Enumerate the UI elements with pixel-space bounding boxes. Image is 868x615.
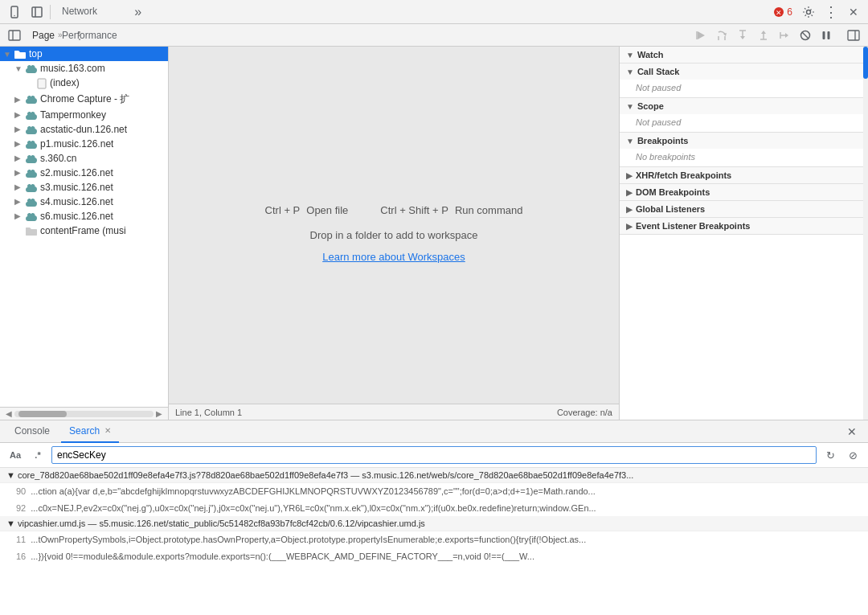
status-bar: Line 1, Column 1 Coverage: n/a	[169, 404, 619, 420]
tree-toggle-tampermonkey[interactable]: ▶	[14, 110, 26, 119]
tree-toggle-acstatic[interactable]: ▶	[14, 125, 26, 133]
tree-toggle-s2music[interactable]: ▶	[14, 168, 26, 177]
refresh-search-button[interactable]: ↻	[821, 446, 839, 464]
tree-toggle-s6music[interactable]: ▶	[14, 211, 26, 220]
scroll-thumb[interactable]	[18, 411, 67, 417]
section-toggle-call-stack[interactable]: ▼	[626, 68, 634, 76]
tab-search[interactable]: Search ✕	[61, 420, 119, 443]
open-file-shortcut: Ctrl + P Open file	[265, 204, 349, 216]
right-scrollbar-thumb[interactable]	[863, 47, 868, 79]
pause-on-exceptions-button[interactable]	[817, 26, 836, 45]
tree-toggle-s4music[interactable]: ▶	[14, 197, 26, 206]
tree-item-p1music[interactable]: ▶ p1.music.126.net	[0, 137, 168, 151]
tree-toggle-s3music[interactable]: ▶	[14, 182, 26, 191]
step-into-button[interactable]	[733, 26, 752, 45]
line-number: 11	[16, 535, 26, 544]
tree-toggle-chrome-capture[interactable]: ▶	[14, 95, 26, 104]
more-tabs-button[interactable]: »	[127, 1, 149, 23]
section-header-call-stack[interactable]: ▼ Call Stack	[620, 64, 868, 80]
section-toggle-watch[interactable]: ▼	[626, 51, 634, 59]
section-toggle-breakpoints[interactable]: ▼	[626, 137, 634, 146]
section-header-global-listeners[interactable]: ▶ Global Listeners	[620, 201, 868, 217]
tab-console[interactable]: Console	[6, 420, 58, 443]
tree-toggle-s360[interactable]: ▶	[14, 154, 26, 162]
tree-label-music163: music.163.com	[40, 63, 105, 74]
svg-text:✕: ✕	[776, 9, 782, 17]
tree-label-s360: s.360.cn	[40, 153, 76, 164]
tree-item-contentframe[interactable]: contentFrame (musi	[0, 223, 168, 238]
tree-item-tampermonkey[interactable]: ▶ Tampermonkey	[0, 108, 168, 122]
tree-icon-s4music	[26, 196, 37, 207]
file-tree-options[interactable]: ⋮	[74, 29, 85, 42]
tree-item-chrome-capture[interactable]: ▶ Chrome Capture - 扩	[0, 91, 168, 108]
result-file-file2[interactable]: ▼ vipcashier.umd.js — s5.music.126.net/s…	[0, 516, 868, 531]
page-more-label[interactable]: »	[58, 31, 63, 39]
page-label: Page	[32, 30, 55, 41]
section-header-scope[interactable]: ▼ Scope	[620, 98, 868, 114]
toggle-left-panel-button[interactable]	[5, 26, 24, 45]
cursor-position: Line 1, Column 1	[175, 408, 557, 417]
bottom-tabs: Console Search ✕ ✕	[0, 420, 868, 443]
tree-item-acstatic[interactable]: ▶ acstatic-dun.126.net	[0, 122, 168, 137]
tree-icon-s360	[26, 153, 37, 164]
result-line[interactable]: 16...}){void 0!==module&&module.exports?…	[0, 548, 868, 565]
tree-item-s360[interactable]: ▶ s.360.cn	[0, 151, 168, 166]
right-scrollbar[interactable]	[863, 47, 868, 420]
toggle-right-panel-button[interactable]	[844, 26, 863, 45]
scroll-track[interactable]	[14, 411, 154, 417]
search-input[interactable]	[51, 446, 817, 464]
tree-item-s4music[interactable]: ▶ s4.music.126.net	[0, 195, 168, 209]
result-file-file1[interactable]: ▼ core_78d820ae68bae502d1ff09e8efa4e7f3.…	[0, 468, 868, 483]
close-bottom-panel-button[interactable]: ✕	[842, 422, 862, 441]
section-toggle-scope[interactable]: ▼	[626, 102, 634, 111]
tree-toggle-top[interactable]: ▼	[3, 50, 14, 59]
tree-item-index[interactable]: (index)	[0, 76, 168, 91]
section-header-watch[interactable]: ▼ Watch	[620, 47, 868, 63]
regex-button[interactable]: .*	[29, 446, 47, 464]
result-line[interactable]: 92...c0x=NEJ.P,ev2x=c0x("nej.g"),u0x=c0x…	[0, 500, 868, 517]
shortcut-desc-open: Open file	[306, 204, 348, 216]
more-options-icon[interactable]: ⋮	[820, 1, 842, 23]
step-button[interactable]	[775, 26, 794, 45]
tree-label-s6music: s6.music.126.net	[40, 211, 113, 222]
scroll-left-arrow[interactable]: ◀	[3, 409, 14, 418]
svg-rect-26	[828, 31, 830, 39]
tree-icon-s6music	[26, 211, 37, 222]
result-line[interactable]: 11...tOwnPropertySymbols,i=Object.protot…	[0, 531, 868, 548]
tree-toggle-p1music[interactable]: ▶	[14, 139, 26, 148]
tree-item-top[interactable]: ▼ top	[0, 47, 168, 61]
step-out-button[interactable]	[754, 26, 773, 45]
section-toggle-dom-breakpoints[interactable]: ▶	[626, 188, 633, 197]
horizontal-scrollbar[interactable]: ◀ ▶	[0, 407, 168, 420]
section-toggle-event-breakpoints[interactable]: ▶	[626, 222, 633, 231]
step-over-button[interactable]	[712, 26, 731, 45]
tree-item-music163[interactable]: ▼ music.163.com	[0, 61, 168, 76]
deactivate-breakpoints-button[interactable]	[796, 26, 815, 45]
tree-item-s3music[interactable]: ▶ s3.music.126.net	[0, 180, 168, 195]
section-header-event-breakpoints[interactable]: ▶ Event Listener Breakpoints	[620, 218, 868, 234]
error-badge[interactable]: ✕ 6	[768, 6, 797, 18]
mobile-icon[interactable]	[3, 1, 26, 23]
search-tab-close[interactable]: ✕	[104, 426, 111, 435]
section-header-dom-breakpoints[interactable]: ▶ DOM Breakpoints	[620, 184, 868, 200]
learn-workspaces-link[interactable]: Learn more about Workspaces	[322, 251, 465, 263]
tree-item-s2music[interactable]: ▶ s2.music.126.net	[0, 166, 168, 180]
section-header-breakpoints[interactable]: ▼ Breakpoints	[620, 133, 868, 149]
section-breakpoints: ▼ BreakpointsNo breakpoints	[620, 133, 868, 167]
cursor-icon[interactable]	[26, 1, 48, 23]
close-devtools-button[interactable]: ✕	[842, 1, 865, 23]
tab-network[interactable]: Network	[52, 0, 127, 24]
case-sensitive-button[interactable]: Aa	[6, 446, 24, 464]
scroll-right-arrow[interactable]: ▶	[154, 409, 165, 418]
section-toggle-xhr-breakpoints[interactable]: ▶	[626, 171, 633, 180]
settings-icon[interactable]	[797, 1, 820, 23]
section-header-xhr-breakpoints[interactable]: ▶ XHR/fetch Breakpoints	[620, 167, 868, 183]
svg-marker-18	[761, 31, 766, 34]
tree-toggle-music163[interactable]: ▼	[14, 64, 26, 73]
clear-search-button[interactable]: ⊘	[844, 446, 862, 464]
section-toggle-global-listeners[interactable]: ▶	[626, 205, 633, 214]
tree-item-s6music[interactable]: ▶ s6.music.126.net	[0, 209, 168, 223]
tree-icon-tampermonkey	[26, 109, 37, 121]
resume-button[interactable]	[691, 26, 710, 45]
result-line[interactable]: 90...ction a(a){var d,e,b="abcdefghijklm…	[0, 483, 868, 500]
